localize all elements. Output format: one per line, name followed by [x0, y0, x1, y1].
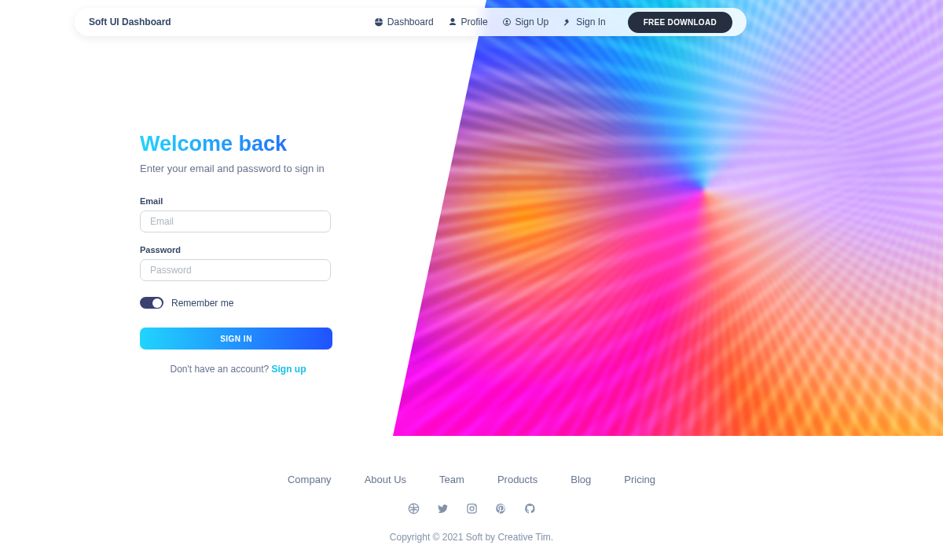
nav-profile[interactable]: Profile [448, 16, 488, 27]
page-subtitle: Enter your email and password to sign in [140, 163, 336, 174]
nav-dashboard[interactable]: Dashboard [374, 16, 434, 27]
nav-links: Dashboard Profile Sign Up Sign In [374, 16, 606, 27]
svg-point-5 [474, 505, 475, 507]
signin-button[interactable]: SIGN IN [140, 328, 332, 350]
page-title: Welcome back [140, 132, 336, 156]
twitter-icon[interactable] [437, 503, 449, 514]
github-icon[interactable] [524, 503, 536, 514]
footer-links: Company About Us Team Products Blog Pric… [0, 474, 943, 485]
copyright-text: Copyright © 2021 Soft by Creative Tim. [0, 532, 943, 543]
dribbble-icon[interactable] [408, 503, 420, 514]
nav-signin-label: Sign In [576, 16, 605, 27]
badge-icon [502, 17, 512, 27]
footer-link-team[interactable]: Team [439, 474, 464, 485]
remember-me-row: Remember me [140, 297, 336, 309]
nav-signup-label: Sign Up [516, 16, 549, 27]
signup-prompt: Don't have an account? Sign up [140, 364, 336, 375]
signup-link[interactable]: Sign up [272, 364, 306, 375]
brand-title: Soft UI Dashboard [89, 16, 171, 27]
password-input[interactable] [140, 259, 331, 281]
footer-link-company[interactable]: Company [288, 474, 332, 485]
signin-form: Welcome back Enter your email and passwo… [140, 132, 336, 375]
password-label: Password [140, 245, 336, 254]
email-input[interactable] [140, 210, 331, 232]
nav-signup[interactable]: Sign Up [502, 16, 549, 27]
signup-prompt-text: Don't have an account? [170, 364, 271, 375]
nav-signin[interactable]: Sign In [563, 16, 605, 27]
footer-link-about[interactable]: About Us [365, 474, 406, 485]
footer-link-products[interactable]: Products [497, 474, 538, 485]
remember-me-label: Remember me [171, 298, 233, 309]
footer-link-pricing[interactable]: Pricing [624, 474, 655, 485]
remember-me-toggle[interactable] [140, 297, 163, 309]
email-label: Email [140, 196, 336, 206]
svg-point-1 [505, 20, 508, 23]
navbar: Soft UI Dashboard Dashboard Profile Sign… [75, 8, 747, 36]
free-download-button[interactable]: FREE DOWNLOAD [628, 12, 732, 33]
nav-profile-label: Profile [461, 16, 488, 27]
pie-chart-icon [374, 17, 383, 27]
key-icon [563, 17, 572, 27]
nav-dashboard-label: Dashboard [387, 16, 434, 27]
footer-link-blog[interactable]: Blog [571, 474, 591, 485]
svg-point-4 [470, 507, 474, 511]
social-icons [0, 503, 943, 514]
instagram-icon[interactable] [466, 503, 478, 514]
pinterest-icon[interactable] [495, 503, 507, 514]
footer: Company About Us Team Products Blog Pric… [0, 474, 943, 543]
hero-image [393, 0, 943, 436]
user-icon [448, 17, 457, 27]
